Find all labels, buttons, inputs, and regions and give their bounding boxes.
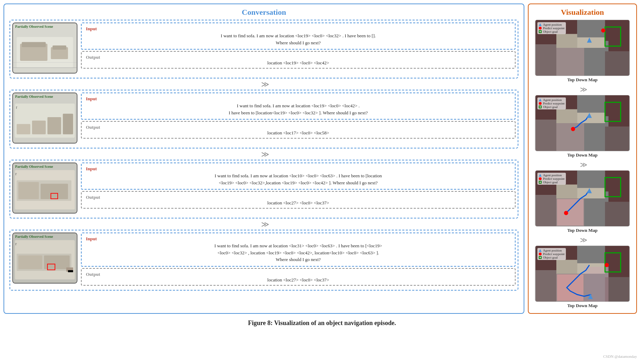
map-legend-1: Agent position Predict waypoint Object g… — [537, 22, 566, 34]
svg-rect-33 — [577, 20, 605, 37]
scene-box-3: Partially Observed Scene r — [12, 163, 77, 214]
scene-box-2: Partially Observed Scene r — [12, 93, 77, 144]
legend-waypoint-3: Predict waypoint — [539, 177, 564, 180]
scene-label-3: Partially Observed Scene — [15, 165, 53, 169]
svg-rect-73 — [577, 246, 605, 263]
input-label-4: Input — [86, 236, 511, 242]
triangle-icon-1 — [539, 23, 542, 26]
svg-rect-49 — [556, 123, 584, 151]
goal-square-1 — [539, 30, 542, 33]
input-text-4: I want to find sofa. I am now at locatio… — [86, 242, 511, 263]
legend-waypoint-2: Predict waypoint — [539, 102, 564, 105]
conversation-row-3: Partially Observed Scene r — [10, 160, 518, 218]
input-box-3: Input I want to find sofa. I am now at l… — [81, 163, 516, 190]
svg-text:r: r — [15, 242, 17, 246]
map-entry-3: Agent position Predict waypoint Object g… — [533, 170, 632, 234]
output-label-2: Output — [86, 125, 100, 130]
conv-row-4: Partially Observed Scene r — [12, 233, 516, 286]
output-box-2: Output location <loc17> <loc0> <loc58> — [81, 121, 516, 139]
map-arrow-1: ≫ — [580, 85, 585, 94]
svg-point-84 — [605, 263, 609, 267]
map-box-4: Agent position Predict waypoint Object g… — [535, 246, 630, 302]
legend-waypoint-1: Predict waypoint — [539, 26, 564, 30]
input-box-2: Input I want to find sofa. I am now at l… — [81, 93, 516, 120]
output-box-4: Output location <loc27> <loc0> <loc37> — [81, 268, 516, 286]
scene-svg-3: r — [13, 163, 77, 213]
svg-rect-18 — [18, 182, 39, 199]
scene-label-1: Partially Observed Scene — [15, 25, 53, 28]
svg-rect-10 — [17, 124, 30, 134]
svg-rect-79 — [556, 260, 577, 274]
svg-rect-11 — [32, 121, 46, 134]
goal-square-3 — [539, 181, 542, 184]
goal-square-4 — [539, 256, 542, 259]
conv-content-2: Input I want to find sofa. I am now at l… — [81, 93, 516, 139]
output-label-1: Output — [86, 55, 100, 60]
svg-rect-38 — [605, 51, 629, 76]
input-label-1: Input — [86, 26, 511, 32]
conv-content-3: Input I want to find sofa. I am now at l… — [81, 163, 516, 209]
legend-agent-2: Agent position — [539, 98, 564, 102]
map-arrow-3: ≫ — [580, 236, 585, 244]
waypoint-dot-1 — [539, 27, 542, 30]
conversation-title: Conversation — [10, 8, 518, 17]
svg-rect-36 — [556, 48, 584, 76]
svg-text:r: r — [15, 172, 17, 176]
input-label-2: Input — [86, 96, 511, 102]
svg-rect-35 — [536, 44, 556, 76]
output-box-3: Output location <loc27> <loc0> <loc37> — [81, 191, 516, 209]
visualization-panel: Visualization — [528, 4, 637, 314]
viz-title: Visualization — [561, 8, 604, 17]
map-title-4: Top Down Map — [567, 303, 598, 309]
goal-square-2 — [539, 106, 542, 108]
map-title-3: Top Down Map — [567, 228, 598, 233]
conv-row-3: Partially Observed Scene r — [12, 163, 516, 214]
watermark: CSDN @datamonday — [603, 354, 637, 358]
scene-box-4: Partially Observed Scene r — [12, 233, 77, 284]
map-box-2: Agent position Predict waypoint Object g… — [535, 95, 630, 151]
map-legend-3: Agent position Predict waypoint Object g… — [537, 173, 566, 185]
svg-rect-48 — [536, 120, 556, 151]
conversation-panel: Conversation Partially Observed Scene — [4, 4, 524, 314]
svg-rect-30 — [68, 270, 73, 272]
legend-agent-1: Agent position — [539, 23, 564, 26]
arrow-3: ≫ — [10, 220, 518, 229]
svg-text:r: r — [16, 105, 17, 110]
arrow-1: ≫ — [10, 80, 518, 89]
conversation-row-2: Partially Observed Scene r — [10, 90, 518, 148]
output-text-3: location <loc27> <loc0> <loc37> — [86, 200, 511, 206]
legend-goal-1: Object goal — [539, 30, 564, 33]
svg-rect-13 — [63, 114, 73, 134]
svg-point-42 — [601, 28, 605, 33]
legend-goal-3: Object goal — [539, 180, 564, 184]
map-entry-4: Agent position Predict waypoint Object g… — [533, 246, 632, 310]
output-label-3: Output — [86, 195, 100, 200]
svg-point-55 — [571, 127, 575, 131]
svg-rect-59 — [577, 171, 605, 188]
svg-rect-60 — [605, 171, 629, 202]
main-container: Conversation Partially Observed Scene — [4, 4, 637, 314]
input-box-4: Input I want to find sofa. I am now at l… — [81, 233, 516, 267]
conversation-row-1: Partially Observed Scene — [10, 20, 518, 78]
input-text-1: I want to find sofa. I am now at locatio… — [86, 32, 511, 46]
svg-rect-74 — [605, 246, 629, 277]
scene-svg-2: r — [13, 93, 77, 143]
output-text-2: location <loc17> <loc0> <loc58> — [86, 130, 511, 136]
map-legend-2: Agent position Predict waypoint Object g… — [537, 97, 566, 109]
figure-caption-bold: Visualization of an object navigation ep… — [274, 319, 396, 326]
map-title-2: Top Down Map — [567, 152, 598, 158]
map-entry-2: Agent position Predict waypoint Object g… — [533, 95, 632, 159]
legend-goal-2: Object goal — [539, 105, 564, 109]
svg-rect-51 — [605, 127, 629, 151]
svg-rect-19 — [40, 184, 68, 199]
map-box-1: Agent position Predict waypoint Object g… — [535, 20, 630, 76]
input-box-1: Input I want to find sofa. I am now at l… — [81, 23, 516, 50]
output-text-4: location <loc27> <loc0> <loc37> — [86, 277, 511, 283]
svg-point-69 — [564, 211, 568, 215]
input-text-3: I want to find sofa. I am now at locatio… — [86, 172, 511, 186]
conv-content-1: Input I want to find sofa. I am now at l… — [81, 23, 516, 69]
triangle-icon-4 — [539, 249, 542, 252]
output-box-1: Output location <loc19> <loc0> <loc42> — [81, 51, 516, 69]
svg-rect-65 — [556, 185, 577, 199]
svg-rect-39 — [556, 34, 577, 48]
